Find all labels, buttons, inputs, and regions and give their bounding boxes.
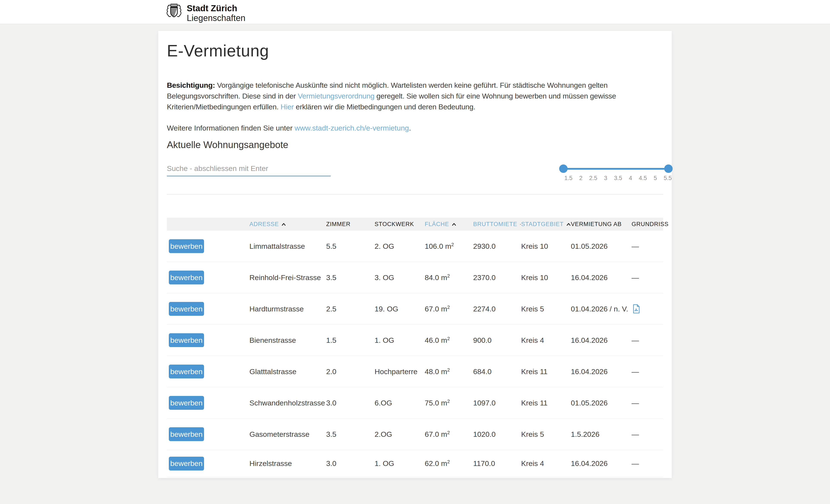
cell-adresse: Hardturmstrasse [249,305,326,313]
column-header-adresse[interactable]: ADRESSE [249,221,326,228]
column-label: FLÄCHE [425,221,449,228]
flaeche-value: 46.0 m [425,336,447,344]
column-header-stadtgebiet[interactable]: STADTGEBIET [521,221,571,228]
hier-link[interactable]: Hier [281,103,294,111]
cell-apply: bewerben [167,239,249,253]
cell-vermietung-ab: 1.5.2026 [571,430,632,439]
intro-text-3: erklären wir die Mietbedingungen und der… [294,103,475,111]
table-body: bewerben Limmattalstrasse 5.5 2. OG 106.… [167,230,663,477]
cell-stockwerk: 2. OG [375,242,425,251]
cell-stadtgebiet: Kreis 10 [521,274,571,282]
bewerben-button[interactable]: bewerben [169,365,204,378]
cell-flaeche: 67.0 m2 [425,305,473,313]
cell-stadtgebiet: Kreis 10 [521,242,571,251]
cell-stockwerk: 19. OG [375,305,425,313]
cell-grundriss: — [632,368,663,376]
cell-vermietung-ab: 16.04.2026 [571,459,632,468]
column-label: STOCKWERK [375,221,414,228]
slider-handle-min[interactable] [559,164,568,173]
flaeche-value: 67.0 m [425,430,447,438]
sort-asc-icon [566,223,571,226]
cell-apply: bewerben [167,302,249,316]
cell-stadtgebiet: Kreis 11 [521,399,571,407]
flaeche-value: 48.0 m [425,368,447,376]
cell-zimmer: 3.5 [326,274,375,282]
cell-zimmer: 3.0 [326,399,375,407]
flaeche-superscript: 2 [447,273,450,279]
column-header-bruttomiete[interactable]: BRUTTOMIETE [473,221,521,228]
cell-stadtgebiet: Kreis 4 [521,336,571,345]
bewerben-button[interactable]: bewerben [169,271,204,284]
cell-bruttomiete: 900.0 [473,336,521,345]
slider-tick-label: 2.5 [587,175,599,182]
slider-tick-label: 3.5 [612,175,624,182]
cell-apply: bewerben [167,427,249,441]
cell-bruttomiete: 1170.0 [473,459,521,468]
cell-stockwerk: Hochparterre [375,368,425,376]
flaeche-value: 67.0 m [425,305,447,313]
cell-adresse: Glatttalstrasse [249,368,326,376]
more-info-line: Weitere Informationen finden Sie unter w… [167,124,411,132]
cell-adresse: Reinhold-Frei-Strasse [249,274,326,282]
cell-zimmer: 1.5 [326,336,375,345]
slider-tick-label: 2 [575,175,587,182]
cell-flaeche: 75.0 m2 [425,399,473,407]
cell-stockwerk: 1. OG [375,459,425,468]
table-row: bewerben Bienenstrasse 1.5 1. OG 46.0 m2… [167,325,663,356]
search-input[interactable] [167,161,331,176]
table-row: bewerben Limmattalstrasse 5.5 2. OG 106.… [167,230,663,262]
bewerben-button[interactable]: bewerben [169,302,204,316]
cell-bruttomiete: 684.0 [473,368,521,376]
grundriss-pdf-link[interactable] [632,304,663,314]
column-label: BRUTTOMIETE [473,221,517,228]
flaeche-superscript: 2 [447,430,450,435]
intro-bold-label: Besichtigung: [167,81,215,89]
bewerben-button[interactable]: bewerben [169,239,204,253]
cell-flaeche: 84.0 m2 [425,273,473,282]
cell-adresse: Bienenstrasse [249,336,326,345]
column-header-flaeche[interactable]: FLÄCHE [425,221,473,228]
e-vermietung-link[interactable]: www.stadt-zuerich.ch/e-vermietung [295,124,409,132]
sort-asc-icon [452,223,456,226]
cell-grundriss: — [632,274,663,282]
rooms-slider-track[interactable] [563,168,668,170]
cell-grundriss: — [632,242,663,251]
bewerben-button[interactable]: bewerben [169,396,204,410]
column-label: GRUNDRISS [632,221,669,228]
cell-vermietung-ab: 16.04.2026 [571,336,632,345]
cell-apply: bewerben [167,365,249,378]
slider-tick-label: 5 [649,175,662,182]
cell-adresse: Limmattalstrasse [249,242,326,251]
cell-grundriss: — [632,459,663,468]
flaeche-superscript: 2 [447,336,450,341]
cell-apply: bewerben [167,457,249,471]
intro-paragraph: Besichtigung: Vorgängige telefonische Au… [167,80,663,112]
bewerben-button[interactable]: bewerben [169,457,204,471]
flaeche-superscript: 2 [447,367,450,373]
slider-tick-label: 3 [599,175,612,182]
sort-asc-icon [281,223,286,226]
bewerben-button[interactable]: bewerben [169,427,204,441]
cell-vermietung-ab: 01.05.2026 [571,242,632,251]
cell-stadtgebiet: Kreis 5 [521,430,571,439]
table-header-row: ADRESSEZIMMERSTOCKWERKFLÄCHEBRUTTOMIETES… [167,218,663,230]
column-label: VERMIETUNG AB [571,221,621,228]
vermietungsverordnung-link[interactable]: Vermietungsverordnung [298,92,375,100]
cell-adresse: Hirzelstrasse [249,459,326,468]
table-row: bewerben Hirzelstrasse 3.0 1. OG 62.0 m2… [167,450,663,477]
cell-apply: bewerben [167,396,249,410]
slider-handle-max[interactable] [664,164,673,173]
flaeche-value: 106.0 m [425,242,451,250]
slider-tick-label: 5.5 [662,175,674,182]
cell-apply: bewerben [167,271,249,284]
cell-grundriss: — [632,399,663,407]
flaeche-superscript: 2 [447,459,450,465]
flaeche-value: 62.0 m [425,460,447,468]
cell-zimmer: 3.5 [326,430,375,439]
cell-vermietung-ab: 16.04.2026 [571,368,632,376]
brand[interactable]: Stadt Zürich Liegenschaften [166,3,245,23]
cell-stockwerk: 6.OG [375,399,425,407]
bewerben-button[interactable]: bewerben [169,333,204,347]
cell-vermietung-ab: 16.04.2026 [571,274,632,282]
cell-flaeche: 106.0 m2 [425,242,473,251]
